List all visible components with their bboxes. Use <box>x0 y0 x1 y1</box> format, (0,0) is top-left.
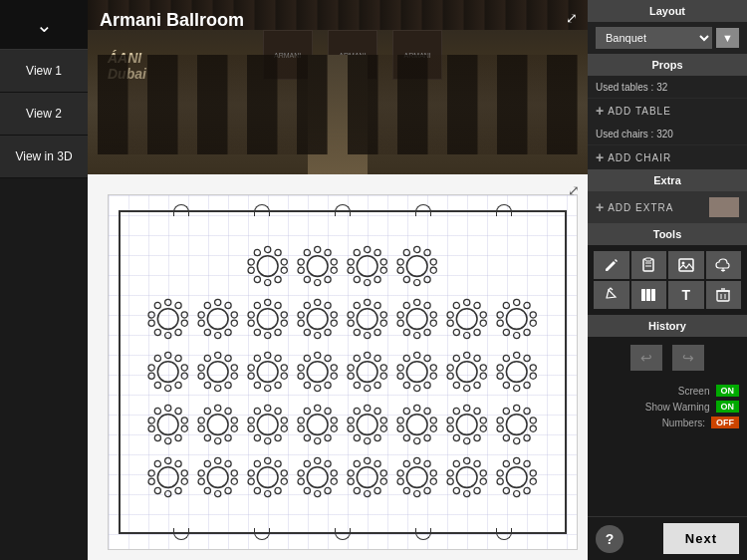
screen-toggle-badge[interactable]: ON <box>716 385 740 397</box>
table-row[interactable] <box>494 401 540 449</box>
svg-point-34 <box>424 250 430 256</box>
svg-point-242 <box>265 406 271 412</box>
table-row[interactable] <box>494 453 540 502</box>
table-row[interactable] <box>444 401 490 449</box>
numbers-toggle-badge[interactable]: OFF <box>711 417 739 428</box>
table-row[interactable] <box>195 295 241 344</box>
svg-point-191 <box>424 383 430 389</box>
table-row[interactable] <box>295 453 341 502</box>
svg-point-241 <box>208 415 229 435</box>
table-row[interactable] <box>345 401 390 449</box>
table-row[interactable] <box>195 401 241 449</box>
table-row[interactable] <box>494 348 540 397</box>
svg-point-82 <box>315 333 321 339</box>
table-row[interactable] <box>494 242 540 291</box>
svg-point-248 <box>255 435 261 441</box>
table-row[interactable] <box>245 453 291 502</box>
add-extra-row[interactable]: + ADD EXTRA <box>588 195 709 219</box>
next-button[interactable]: Next <box>663 523 739 554</box>
svg-point-201 <box>480 374 486 380</box>
clipboard-tool-button[interactable] <box>631 251 667 279</box>
table-row[interactable] <box>145 242 191 291</box>
table-row[interactable] <box>245 348 291 397</box>
svg-point-113 <box>480 321 486 327</box>
redo-button[interactable]: ↪ <box>672 345 704 371</box>
table-row[interactable] <box>295 295 341 344</box>
cloud-tool-button[interactable] <box>706 251 742 279</box>
draw-tool-button[interactable] <box>594 251 629 279</box>
svg-point-345 <box>325 488 331 494</box>
table-row[interactable] <box>345 453 390 502</box>
svg-point-231 <box>215 406 221 412</box>
svg-point-205 <box>447 374 453 380</box>
table-row[interactable] <box>345 348 390 397</box>
table-row[interactable] <box>195 453 241 502</box>
table-row[interactable] <box>195 242 241 291</box>
table-row[interactable] <box>145 453 191 502</box>
table-row[interactable] <box>494 295 540 344</box>
table-row[interactable] <box>295 401 341 449</box>
layout-dropdown-button[interactable]: ▼ <box>716 28 739 48</box>
notch-top-5 <box>496 204 512 216</box>
table-row[interactable] <box>145 348 191 397</box>
table-row[interactable] <box>444 295 490 344</box>
view3d-button[interactable]: View in 3D <box>0 136 88 178</box>
layout-select[interactable]: Banquet Theatre Classroom Cocktail <box>596 27 712 49</box>
table-row[interactable] <box>245 242 291 291</box>
text-tool-button[interactable]: T <box>668 281 704 309</box>
table-row[interactable] <box>245 401 291 449</box>
svg-point-25 <box>380 268 386 274</box>
numbers-toggle-row: Numbers: OFF <box>596 417 739 428</box>
add-chair-row[interactable]: + ADD CHAIR <box>588 145 747 169</box>
svg-point-377 <box>480 479 486 485</box>
table-row[interactable] <box>394 295 440 344</box>
image-tool-button[interactable] <box>668 251 704 279</box>
svg-point-158 <box>275 383 281 389</box>
svg-point-50 <box>155 330 161 336</box>
table-row[interactable] <box>394 453 440 502</box>
delete-tool-button[interactable] <box>706 281 742 309</box>
svg-point-293 <box>447 426 453 432</box>
svg-point-366 <box>430 479 436 485</box>
table-row[interactable] <box>444 348 490 397</box>
table-row[interactable] <box>394 242 440 291</box>
help-button[interactable]: ? <box>596 525 623 553</box>
table-row[interactable] <box>345 295 390 344</box>
floor-plan-expand-icon[interactable]: ⤢ <box>568 182 580 198</box>
columns-tool-button[interactable] <box>631 281 667 309</box>
table-row[interactable] <box>295 348 341 397</box>
table-row[interactable] <box>195 348 241 397</box>
svg-point-59 <box>225 330 231 336</box>
table-row[interactable] <box>345 242 390 291</box>
undo-button[interactable]: ↩ <box>630 345 662 371</box>
notch-top-1 <box>173 204 189 216</box>
svg-point-98 <box>358 309 378 330</box>
svg-point-151 <box>198 365 204 371</box>
svg-point-101 <box>430 312 436 318</box>
table-row[interactable] <box>444 453 490 502</box>
table-row[interactable] <box>245 295 291 344</box>
svg-point-62 <box>198 321 204 327</box>
svg-point-136 <box>175 383 181 389</box>
notch-bottom-1 <box>173 528 189 540</box>
svg-point-163 <box>255 356 261 362</box>
svg-point-30 <box>348 259 354 265</box>
view1-button[interactable]: View 1 <box>0 50 88 93</box>
table-row[interactable] <box>145 401 191 449</box>
view2-button[interactable]: View 2 <box>0 93 88 136</box>
svg-point-132 <box>165 353 171 359</box>
table-row[interactable] <box>145 295 191 344</box>
svg-point-219 <box>507 362 528 383</box>
expand-icon[interactable]: ⤢ <box>566 10 578 26</box>
svg-point-188 <box>424 356 430 362</box>
svg-point-20 <box>305 250 311 256</box>
add-table-row[interactable]: + ADD TABLE <box>588 99 747 123</box>
table-row[interactable] <box>394 348 440 397</box>
edit-tool-button[interactable] <box>594 281 629 309</box>
svg-point-37 <box>424 277 430 283</box>
table-row[interactable] <box>444 242 490 291</box>
table-row[interactable] <box>295 242 341 291</box>
table-row[interactable] <box>394 401 440 449</box>
show-warning-toggle-badge[interactable]: ON <box>716 401 740 413</box>
svg-point-249 <box>248 426 254 432</box>
